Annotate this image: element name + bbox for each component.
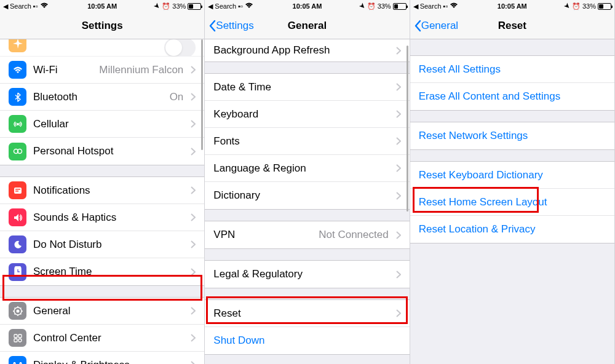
sounds-icon [9, 208, 26, 226]
vpn-label: VPN [213, 229, 235, 241]
chevron-icon [191, 240, 196, 248]
row-dictionary[interactable]: Dictionary [205, 182, 409, 209]
datetime-label: Date & Time [213, 81, 271, 93]
row-display[interactable]: AA Display & Brightness [0, 352, 204, 364]
row-dnd[interactable]: Do Not Disturb [0, 231, 204, 258]
chevron-icon [396, 164, 401, 172]
row-keyboard[interactable]: Keyboard [205, 101, 409, 128]
battery-icon [393, 3, 407, 10]
chevron-icon [191, 66, 196, 74]
settings-list[interactable]: Wi-Fi Millennium Falcon Bluetooth On Cel… [0, 39, 204, 364]
airplane-toggle[interactable] [164, 39, 196, 57]
legal-label: Legal & Regulatory [213, 268, 303, 280]
airplane-icon [9, 39, 26, 52]
general-panel: ◀ Search ▪▫ 10:05 AM ➤ ⏰ 33% Settings Ge… [205, 0, 410, 364]
row-reset[interactable]: Reset [205, 300, 409, 327]
row-fonts[interactable]: Fonts [205, 128, 409, 155]
bluetooth-icon [9, 88, 26, 106]
row-language[interactable]: Language & Region [205, 155, 409, 182]
svg-rect-9 [14, 334, 17, 338]
svg-point-12 [18, 339, 22, 342]
chevron-icon [396, 110, 401, 118]
row-reset-all[interactable]: Reset All Settings [410, 56, 614, 83]
notifications-label: Notifications [33, 184, 90, 197]
row-shutdown[interactable]: Shut Down [205, 327, 409, 354]
row-bg-refresh[interactable]: Background App Refresh [205, 39, 409, 61]
row-control-center[interactable]: Control Center [0, 325, 204, 352]
bluetooth-detail: On [170, 91, 188, 103]
chevron-icon [191, 93, 196, 101]
row-sounds[interactable]: Sounds & Haptics [0, 204, 204, 231]
reset-home-label: Reset Home Screen Layout [419, 196, 547, 208]
row-datetime[interactable]: Date & Time [205, 74, 409, 101]
row-airplane-mode[interactable] [0, 39, 204, 57]
wifi-icon [40, 2, 49, 10]
reset-list[interactable]: Reset All Settings Erase All Content and… [410, 39, 614, 364]
chevron-icon [396, 83, 401, 91]
reset-label: Reset [213, 307, 240, 320]
vpn-detail: Not Connected [319, 229, 392, 241]
svg-point-8 [16, 309, 19, 312]
svg-point-0 [17, 123, 19, 125]
back-to-app-icon[interactable]: ◀ [3, 2, 8, 10]
reset-keyboard-label: Reset Keyboard Dictionary [419, 169, 543, 181]
signal-icon: ▪▫ [238, 2, 243, 10]
bluetooth-label: Bluetooth [33, 91, 77, 103]
reset-all-label: Reset All Settings [419, 63, 501, 76]
row-erase-all[interactable]: Erase All Content and Settings [410, 83, 614, 110]
notifications-icon [9, 181, 26, 199]
chevron-icon [396, 231, 401, 239]
row-screentime[interactable]: Screen Time [0, 258, 204, 285]
status-bar: ◀ Search ▪▫ 10:05 AM ➤ ⏰ 33% [0, 0, 204, 12]
back-to-app-icon[interactable]: ◀ [413, 2, 418, 10]
row-general[interactable]: General [0, 298, 204, 325]
clock: 10:05 AM [293, 2, 322, 10]
alarm-icon: ⏰ [367, 2, 376, 10]
row-reset-home[interactable]: Reset Home Screen Layout [410, 189, 614, 216]
chevron-icon [396, 271, 401, 279]
row-bluetooth[interactable]: Bluetooth On [0, 84, 204, 111]
back-to-app-label[interactable]: Search [420, 2, 442, 10]
row-reset-network[interactable]: Reset Network Settings [410, 122, 614, 149]
chevron-icon [191, 213, 196, 221]
screentime-icon [9, 263, 26, 281]
clock: 10:05 AM [87, 2, 117, 10]
nav-bar: General Reset [410, 12, 614, 39]
display-label: Display & Brightness [33, 359, 130, 365]
scrollbar[interactable] [407, 46, 408, 212]
location-icon: ➤ [561, 1, 572, 12]
row-notifications[interactable]: Notifications [0, 177, 204, 204]
keyboard-label: Keyboard [213, 108, 258, 121]
erase-all-label: Erase All Content and Settings [419, 90, 561, 103]
hotspot-label: Personal Hotspot [33, 145, 113, 157]
row-reset-keyboard[interactable]: Reset Keyboard Dictionary [410, 162, 614, 189]
row-reset-location[interactable]: Reset Location & Privacy [410, 216, 614, 243]
chevron-icon [191, 307, 196, 315]
row-legal[interactable]: Legal & Regulatory [205, 261, 409, 288]
back-to-app-icon[interactable]: ◀ [208, 2, 213, 10]
back-to-app-label[interactable]: Search [10, 2, 31, 10]
cellular-label: Cellular [33, 118, 69, 130]
reset-location-label: Reset Location & Privacy [419, 223, 536, 235]
chevron-icon [191, 186, 196, 194]
nav-bar: Settings [0, 12, 204, 39]
alarm-icon: ⏰ [162, 2, 170, 10]
chevron-icon [191, 334, 196, 342]
back-button[interactable]: Settings [205, 20, 253, 32]
chevron-icon [396, 47, 401, 55]
wifi-detail: Millennium Falcon [99, 64, 187, 76]
general-list[interactable]: Background App Refresh Date & Time Keybo… [205, 39, 409, 364]
control-center-icon [9, 329, 26, 347]
back-button[interactable]: General [410, 20, 458, 32]
row-cellular[interactable]: Cellular [0, 111, 204, 138]
wifi-icon [450, 2, 458, 10]
scrollbar[interactable] [201, 39, 203, 150]
row-hotspot[interactable]: Personal Hotspot [0, 138, 204, 165]
row-vpn[interactable]: VPN Not Connected [205, 221, 409, 248]
control-center-label: Control Center [33, 332, 101, 344]
back-to-app-label[interactable]: Search [215, 2, 236, 10]
svg-rect-10 [18, 334, 22, 338]
chevron-icon [396, 137, 401, 145]
row-wifi[interactable]: Wi-Fi Millennium Falcon [0, 57, 204, 84]
cellular-icon [9, 115, 26, 133]
